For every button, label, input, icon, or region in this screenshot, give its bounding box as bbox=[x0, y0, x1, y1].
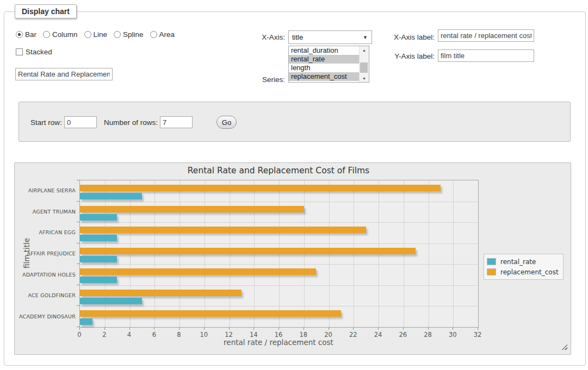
x-tick-label: 10 bbox=[196, 331, 212, 338]
x-tick-mark bbox=[104, 327, 105, 330]
y-axis-label-field-label: Y-Axis label: bbox=[381, 52, 435, 60]
series-option-replacement_cost[interactable]: replacement_cost bbox=[289, 72, 360, 81]
x-tick-label: 26 bbox=[395, 331, 411, 338]
series-option-length[interactable]: length bbox=[289, 64, 360, 72]
chart-type-radio-column[interactable] bbox=[43, 31, 50, 38]
scrollbar-thumb[interactable] bbox=[360, 62, 368, 73]
y-tick-mark bbox=[77, 305, 79, 306]
chart-type-radio-line[interactable] bbox=[84, 31, 91, 38]
chart-type-option-bar: Bar bbox=[16, 30, 36, 39]
legend-swatch-icon bbox=[487, 258, 496, 265]
x-axis-title: rental rate / replacement cost bbox=[79, 338, 478, 347]
y-tick-mark bbox=[77, 201, 79, 202]
resize-grip-icon[interactable] bbox=[561, 344, 567, 350]
chart-type-radio-spline[interactable] bbox=[114, 31, 121, 38]
bar-replacement_cost bbox=[80, 227, 366, 233]
bar-replacement_cost bbox=[80, 310, 341, 317]
page: Display chart BarColumnLineSplineArea St… bbox=[0, 0, 588, 370]
x-tick-label: 20 bbox=[320, 331, 337, 338]
chart-title-input[interactable] bbox=[15, 68, 113, 80]
number-of-rows-label: Number of rows: bbox=[104, 118, 158, 127]
legend-label: replacement_cost bbox=[500, 268, 559, 276]
bar-rental_rate bbox=[80, 277, 117, 283]
gridline bbox=[80, 285, 478, 286]
category-label: ACADEMY DINOSAUR bbox=[15, 313, 76, 319]
x-tick-label: 2 bbox=[96, 331, 113, 338]
x-tick-mark bbox=[204, 327, 205, 330]
x-tick-label: 24 bbox=[370, 331, 386, 338]
x-tick-mark bbox=[278, 327, 279, 330]
y-tick-mark bbox=[77, 327, 79, 327]
x-tick-label: 8 bbox=[171, 331, 187, 338]
go-button[interactable]: Go bbox=[216, 116, 237, 129]
x-tick-mark bbox=[428, 327, 429, 330]
bar-rental_rate bbox=[80, 214, 117, 221]
x-tick-mark bbox=[154, 327, 154, 330]
x-tick-mark bbox=[403, 327, 404, 330]
stacked-checkbox[interactable] bbox=[16, 48, 23, 55]
chart-type-radio-bar[interactable] bbox=[16, 31, 23, 38]
series-option-rental_rate[interactable]: rental_rate bbox=[289, 55, 360, 64]
start-row-label: Start row: bbox=[30, 118, 62, 127]
x-tick-mark bbox=[353, 327, 354, 330]
scroll-up-icon[interactable]: ▲ bbox=[360, 46, 369, 54]
series-select-label: Series: bbox=[239, 76, 285, 84]
series-listbox[interactable]: rental_durationrental_ratelengthreplacem… bbox=[288, 46, 369, 83]
x-tick-label: 30 bbox=[444, 331, 461, 338]
chart-title: Rental Rate and Replacement Cost of Film… bbox=[79, 166, 478, 175]
category-label: AIRPLANE SIERRA bbox=[15, 187, 76, 193]
x-axis-label-input[interactable] bbox=[438, 29, 534, 42]
x-tick-mark bbox=[129, 327, 130, 330]
scroll-down-icon[interactable]: ▼ bbox=[360, 74, 369, 82]
x-tick-mark bbox=[453, 327, 453, 330]
chart-legend: rental_ratereplacement_cost bbox=[484, 254, 564, 280]
legend-label: rental_rate bbox=[500, 258, 536, 266]
gridline bbox=[80, 222, 478, 223]
legend-entry-replacement_cost: replacement_cost bbox=[487, 267, 559, 277]
legend-swatch-icon bbox=[487, 268, 496, 275]
row-controls-panel: Start row: Number of rows: Go bbox=[18, 102, 571, 142]
plot-area bbox=[79, 180, 479, 328]
x-tick-label: 32 bbox=[469, 331, 486, 338]
x-axis-label-field-label: X-Axis label: bbox=[381, 33, 435, 41]
bar-replacement_cost bbox=[80, 206, 304, 212]
x-axis-select-label: X-Axis: bbox=[239, 33, 285, 41]
fieldset-legend: Display chart bbox=[15, 4, 77, 18]
bar-rental_rate bbox=[80, 193, 142, 199]
bar-replacement_cost bbox=[80, 185, 441, 191]
x-tick-label: 6 bbox=[146, 331, 162, 338]
gridline bbox=[80, 306, 478, 306]
y-tick-mark bbox=[77, 264, 79, 264]
x-tick-label: 28 bbox=[420, 331, 436, 338]
gridline bbox=[453, 180, 454, 327]
chevron-down-icon: ▼ bbox=[363, 35, 368, 40]
category-label: AFFAIR PREJUDICE bbox=[15, 250, 76, 256]
x-axis-select-value: title bbox=[292, 33, 303, 41]
chart-type-option-area: Area bbox=[150, 30, 175, 39]
chart-type-radio-label: Bar bbox=[25, 30, 36, 39]
bar-replacement_cost bbox=[80, 290, 242, 296]
x-tick-label: 0 bbox=[71, 331, 88, 338]
category-label: ADAPTATION HOLES bbox=[15, 272, 76, 278]
x-tick-label: 4 bbox=[121, 331, 138, 338]
chart-type-radio-label: Area bbox=[159, 30, 175, 39]
stacked-label: Stacked bbox=[26, 48, 52, 56]
category-label: ACE GOLDFINGER bbox=[15, 292, 76, 298]
chart-type-radios: BarColumnLineSplineArea bbox=[16, 30, 178, 39]
x-tick-label: 12 bbox=[221, 331, 237, 338]
series-option-rental_duration[interactable]: rental_duration bbox=[289, 46, 360, 55]
chart-type-radio-label: Column bbox=[52, 30, 78, 39]
x-tick-label: 14 bbox=[245, 331, 262, 338]
gridline bbox=[429, 180, 429, 327]
x-tick-label: 16 bbox=[270, 331, 287, 338]
series-listbox-scrollbar[interactable]: ▲ ▼ bbox=[359, 46, 369, 82]
start-row-input[interactable] bbox=[64, 116, 97, 128]
y-axis-label-input[interactable] bbox=[438, 49, 534, 62]
y-tick-mark bbox=[77, 180, 79, 180]
number-of-rows-input[interactable] bbox=[160, 116, 193, 128]
x-axis-select[interactable]: title ▼ bbox=[288, 30, 372, 44]
chart-type-radio-area[interactable] bbox=[150, 31, 157, 38]
gridline bbox=[80, 202, 478, 202]
gridline bbox=[80, 243, 478, 244]
bar-rental_rate bbox=[80, 298, 142, 304]
